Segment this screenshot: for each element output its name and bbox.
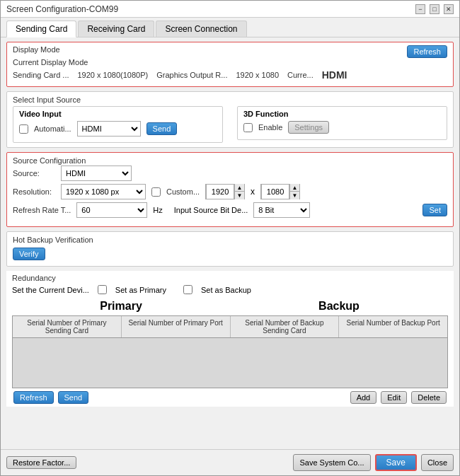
display-item-3: 1920 x 1080: [236, 71, 279, 79]
custom-width-down[interactable]: ▼: [234, 192, 244, 199]
redundancy-table: Serial Number of Primary Sending Card Se…: [12, 315, 448, 388]
th-primary-sending: Serial Number of Primary Sending Card: [13, 316, 122, 337]
display-item-4: Curre...: [287, 71, 314, 79]
main-content: Display Mode Refresh Current Display Mod…: [1, 37, 459, 449]
th-primary-port: Serial Number of Primary Port: [122, 316, 231, 337]
primary-header-label: Primary: [12, 297, 230, 315]
display-item-1: 1920 x 1080(1080P): [78, 71, 149, 79]
primary-backup-header: Primary Backup: [12, 297, 448, 315]
custom-height-down[interactable]: ▼: [289, 192, 299, 199]
set-backup-label: Set as Backup: [201, 286, 251, 294]
video-source-select[interactable]: HDMI DVI VGA: [77, 121, 141, 137]
th-backup-sending: Serial Number of Backup Sending Card: [231, 316, 340, 337]
custom-label: Custom...: [166, 187, 200, 196]
display-item-5: HDMI: [322, 69, 347, 81]
redundancy-controls: Set the Current Devi... Set as Primary S…: [12, 285, 448, 294]
custom-width-spinner: ▲ ▼: [205, 184, 245, 199]
save-button[interactable]: Save: [375, 454, 417, 471]
close-button[interactable]: ✕: [444, 4, 454, 14]
auto-label: Automati...: [34, 124, 71, 133]
verify-button[interactable]: Verify: [13, 248, 45, 260]
source-config-label: Source Configuration: [13, 156, 86, 165]
display-mode-label: Display Mode: [13, 45, 60, 54]
source-select[interactable]: HDMI DVI VGA: [61, 166, 132, 181]
custom-height-up[interactable]: ▲: [289, 184, 299, 192]
select-input-label: Select Input Source: [13, 95, 81, 104]
redundancy-label: Redundancy: [12, 274, 448, 282]
title-bar: Screen Configuration-COM99 − □ ✕: [1, 1, 459, 18]
set-primary-label: Set as Primary: [115, 286, 166, 294]
3d-function-subsection: 3D Function Enable Settings: [237, 106, 447, 140]
display-item-2: Graphics Output R...: [156, 71, 227, 79]
set-button[interactable]: Set: [422, 204, 447, 216]
source-row: Source: HDMI DVI VGA: [13, 166, 447, 181]
current-display-row: Sending Card ... 1920 x 1080(1080P) Grap…: [13, 69, 447, 81]
tab-bar: Sending Card Receiving Card Screen Conne…: [1, 18, 459, 37]
backup-header-label: Backup: [230, 297, 448, 315]
tab-screen-connection[interactable]: Screen Connection: [156, 21, 246, 37]
custom-height-input[interactable]: [261, 184, 289, 199]
resolution-select[interactable]: 1920 x 1080 px 1280 x 720 px: [61, 184, 146, 199]
maximize-button[interactable]: □: [430, 4, 439, 14]
redundancy-refresh-button[interactable]: Refresh: [13, 391, 54, 404]
resolution-field-label: Resolution:: [13, 187, 55, 196]
display-mode-section: Display Mode Refresh Current Display Mod…: [6, 42, 454, 87]
refresh-rate-row: Refresh Rate T... 60 30 50 Hz Input Sour…: [13, 202, 447, 218]
select-input-section: Select Input Source Video Input Automati…: [6, 91, 454, 148]
refresh-rate-select[interactable]: 60 30 50: [76, 202, 147, 218]
tab-sending-card[interactable]: Sending Card: [6, 21, 76, 37]
video-input-title: Video Input: [19, 110, 217, 118]
video-input-subsection: Video Input Automati... HDMI DVI VGA Sen…: [13, 106, 223, 143]
custom-width-input[interactable]: [206, 184, 234, 199]
window-title: Screen Configuration-COM99: [6, 4, 118, 14]
custom-checkbox[interactable]: [151, 187, 161, 197]
display-refresh-button[interactable]: Refresh: [407, 45, 447, 58]
3d-enable-checkbox[interactable]: [243, 123, 253, 132]
delete-button[interactable]: Delete: [411, 391, 447, 404]
source-config-section: Source Configuration Source: HDMI DVI VG…: [6, 152, 454, 227]
set-backup-checkbox[interactable]: [183, 285, 192, 294]
restore-factory-button[interactable]: Restore Factor...: [6, 456, 76, 469]
3d-enable-label: Enable: [258, 123, 282, 132]
close-button-footer[interactable]: Close: [421, 454, 454, 471]
refresh-rate-label: Refresh Rate T...: [13, 206, 71, 214]
set-primary-checkbox[interactable]: [98, 285, 107, 294]
redundancy-send-button[interactable]: Send: [58, 391, 89, 404]
add-button[interactable]: Add: [350, 391, 377, 404]
current-display-label: Current Display Mode: [13, 58, 447, 66]
custom-width-up[interactable]: ▲: [234, 184, 244, 192]
display-item-0: Sending Card ...: [13, 71, 69, 79]
hot-backup-section: Hot Backup Verification Verify: [6, 231, 454, 267]
save-system-button[interactable]: Save System Co...: [293, 454, 370, 471]
3d-title: 3D Function: [243, 110, 441, 118]
bit-depth-label: Input Source Bit De...: [174, 206, 248, 214]
footer: Restore Factor... Save System Co... Save…: [1, 449, 459, 475]
footer-right-buttons: Save System Co... Save Close: [293, 454, 454, 471]
auto-checkbox[interactable]: [19, 124, 28, 134]
table-header: Serial Number of Primary Sending Card Se…: [13, 316, 447, 338]
window-controls: − □ ✕: [415, 4, 454, 14]
window: Screen Configuration-COM99 − □ ✕ Sending…: [0, 0, 460, 476]
3d-settings-button[interactable]: Settings: [288, 121, 329, 134]
hot-backup-label: Hot Backup Verification: [13, 236, 93, 244]
edit-button[interactable]: Edit: [381, 391, 407, 404]
set-current-label: Set the Current Devi...: [12, 286, 89, 294]
source-field-label: Source:: [13, 169, 55, 178]
custom-height-spinner: ▲ ▼: [260, 184, 300, 199]
table-body: [13, 338, 447, 388]
hz-label: Hz: [153, 206, 162, 214]
resolution-row: Resolution: 1920 x 1080 px 1280 x 720 px…: [13, 184, 447, 199]
bit-depth-select[interactable]: 8 Bit 10 Bit: [253, 202, 310, 218]
video-send-button[interactable]: Send: [146, 122, 178, 135]
th-backup-port: Serial Number of Backup Port: [339, 316, 447, 337]
redundancy-section: Redundancy Set the Current Devi... Set a…: [6, 271, 454, 407]
table-buttons: Refresh Send Add Edit Delete: [12, 391, 448, 404]
minimize-button[interactable]: −: [415, 4, 425, 14]
tab-receiving-card[interactable]: Receiving Card: [78, 21, 154, 37]
